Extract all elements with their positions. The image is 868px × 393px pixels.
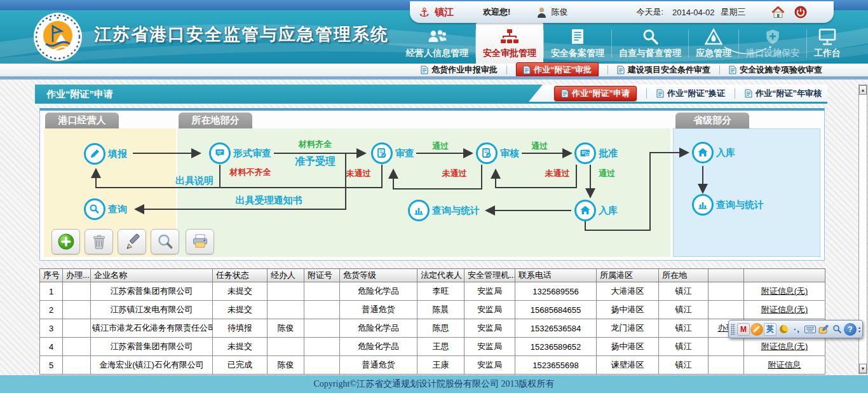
license-info-link[interactable]: 附证信息(无) xyxy=(761,286,808,296)
node-approve-icon xyxy=(574,142,596,164)
nav-tab-emergency[interactable]: 应急管理 xyxy=(689,24,738,64)
table-cell: 龙门港区 xyxy=(597,319,659,338)
table-cell: 未提交 xyxy=(213,338,268,356)
subnav-separator xyxy=(607,66,608,74)
table-cell xyxy=(63,356,91,375)
tab-license-apply-active[interactable]: 作业“附证”申请 xyxy=(554,86,637,101)
label-fail: 未通过 xyxy=(346,168,371,179)
subnav-label: 建设项目安全条件审查 xyxy=(628,64,710,76)
tab-separator xyxy=(735,88,735,99)
punctuation-icon[interactable]: ·, xyxy=(790,323,803,336)
column-header: 办理... xyxy=(63,269,91,282)
flame-triangle-icon xyxy=(705,25,722,46)
subnav-label: 作业“附证”审批 xyxy=(534,64,592,76)
monitor-icon xyxy=(818,25,837,46)
license-info-link[interactable]: 附证信息(无) xyxy=(761,305,808,314)
node-review-label: 审查 xyxy=(395,148,414,160)
table-cell xyxy=(63,319,91,338)
nav-tab-safety-approval[interactable]: 安全审批管理 xyxy=(476,23,543,64)
search-icon xyxy=(157,233,173,250)
print-icon xyxy=(191,233,209,250)
table-row[interactable]: 5金海宏业(镇江)石化有限公司已完成陈俊普通危货王康安监局1523655698谏… xyxy=(40,356,825,375)
nav-tab-safety-record[interactable]: 安全备案管理 xyxy=(544,24,611,64)
node-fill-icon xyxy=(84,143,105,165)
table-cell: 15236589652 xyxy=(515,338,597,356)
ime-logo-m[interactable]: M xyxy=(737,323,750,336)
search-button[interactable] xyxy=(151,229,179,254)
table-cell: 江苏索普集团有限公司 xyxy=(91,338,213,356)
label-pass: 通过 xyxy=(432,141,449,152)
home-button[interactable] xyxy=(771,6,785,18)
print-button[interactable] xyxy=(186,229,214,254)
node-formal-review-label: 形式审查 xyxy=(233,148,271,160)
table-row[interactable]: 1江苏索普集团有限公司未提交危险化学品李旺安监局1325689556大港港区镇江… xyxy=(40,282,825,301)
table-row[interactable]: 2江苏镇江发电有限公司未提交普通危货陈晨安监局15685684655扬中港区镇江… xyxy=(40,301,825,319)
nav-tab-workbench[interactable]: 工作台 xyxy=(807,24,848,64)
drag-grip[interactable] xyxy=(731,324,735,335)
label-fail: 未通过 xyxy=(442,168,467,179)
table-cell: 扬中港区 xyxy=(597,301,659,319)
table-cell: 已完成 xyxy=(213,356,268,375)
ime-language-bar[interactable]: M 英 ·, ? ▴▾ xyxy=(728,320,863,338)
table-cell: 1523655698 xyxy=(515,356,597,375)
subnav-attachment-approval-active[interactable]: 作业“附证”审批 xyxy=(516,62,599,78)
main-nav: 经营人信息管理 安全审批管理 安全备案管理 自查与督 xyxy=(399,23,848,64)
system-title: 江苏省港口安全监管与应急管理系统 xyxy=(94,23,389,46)
table-cell xyxy=(268,282,304,301)
column-header: 附证号 xyxy=(304,269,340,282)
moon-icon[interactable] xyxy=(777,323,790,336)
license-info-link[interactable]: 附证信息(无) xyxy=(761,341,808,351)
license-info-link[interactable]: 附证信息 xyxy=(768,360,801,369)
table-row[interactable]: 3镇江市港龙石化港务有限责任公司待填报陈俊危险化学品陈思安监局153265365… xyxy=(40,319,825,338)
scroll-up-button[interactable]: ▲ xyxy=(859,85,867,95)
subnav-facility-acceptance-review[interactable]: 安全设施专项验收审查 xyxy=(729,64,822,76)
add-button[interactable] xyxy=(51,229,80,254)
section-tab-port-operator: 港口经营人 xyxy=(45,113,119,128)
doc-icon xyxy=(617,66,625,74)
column-header: 法定代表人 xyxy=(417,269,465,282)
tab-license-renew[interactable]: 作业“附证”换证 xyxy=(656,88,725,99)
table-cell xyxy=(268,301,304,319)
subnav-dangerous-goods-approval[interactable]: 危货作业申报审批 xyxy=(421,64,498,76)
scroll-down-button[interactable]: ▼ xyxy=(859,364,867,373)
edit-button[interactable] xyxy=(118,229,146,254)
subnav-construction-review[interactable]: 建设项目安全条件审查 xyxy=(617,64,710,76)
table-row[interactable]: 4江苏索普集团有限公司未提交危险化学品王思安监局15236589652扬中港区镇… xyxy=(40,338,825,356)
nav-tab-operator-info[interactable]: 经营人信息管理 xyxy=(399,24,475,64)
logout-power-button[interactable] xyxy=(794,6,807,18)
node-province-store-icon xyxy=(692,142,714,163)
doc-icon xyxy=(421,66,428,74)
table-cell: 李旺 xyxy=(417,282,465,301)
section-tab-local: 所在地部分 xyxy=(179,113,252,128)
table-cell xyxy=(304,282,340,301)
table-cell xyxy=(709,301,744,319)
tab-license-annual-review[interactable]: 作业“附证”年审核 xyxy=(745,88,822,99)
nav-tab-label: 应急管理 xyxy=(696,48,731,59)
english-mode-icon[interactable]: 英 xyxy=(764,323,776,336)
table-cell: 危险化学品 xyxy=(340,282,417,301)
table-cell: 镇江 xyxy=(659,319,709,338)
ime-search-icon[interactable] xyxy=(831,323,843,336)
help-icon[interactable]: ? xyxy=(844,323,857,336)
table-cell: 普通危货 xyxy=(340,356,417,375)
soft-keyboard-icon[interactable] xyxy=(804,323,817,336)
handwriting-icon[interactable] xyxy=(817,323,830,336)
table-cell xyxy=(709,338,744,356)
minimize-icon[interactable]: ▴▾ xyxy=(858,326,860,333)
delete-button[interactable] xyxy=(85,229,113,254)
region-label: 镇江 xyxy=(435,6,454,18)
page-tab-label: 作业“附证”换证 xyxy=(667,88,725,99)
table-cell: 陈晨 xyxy=(417,301,465,319)
column-header: 安全管理机... xyxy=(465,269,515,282)
nav-tab-self-inspection[interactable]: 自查与督查管理 xyxy=(612,24,688,64)
node-store-icon xyxy=(574,200,596,221)
node-review-icon xyxy=(371,142,393,164)
prohibit-icon[interactable] xyxy=(750,323,763,336)
today-label: 今天是: xyxy=(636,6,663,18)
column-header: 企业名称 xyxy=(91,269,213,282)
label-issue-note: 出具说明 xyxy=(175,175,214,187)
table-cell: 安监局 xyxy=(465,356,515,375)
nav-tab-port-security[interactable]: 港口设施保安 xyxy=(739,24,806,64)
table-cell: 谏壁港区 xyxy=(597,356,659,375)
node-store-label: 入库 xyxy=(599,205,618,217)
